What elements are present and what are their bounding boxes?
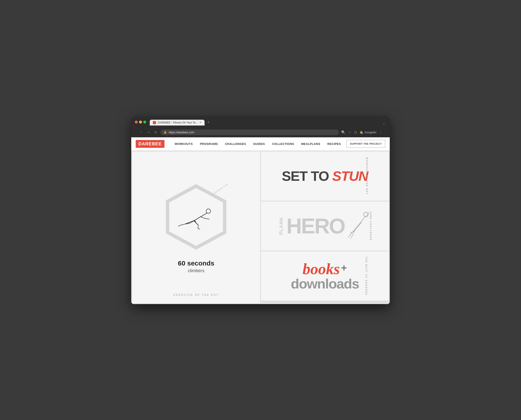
site-nav: DAREBEE WORKOUTS PROGRAMS CHALLENGES GUI… — [131, 137, 390, 151]
maximize-button[interactable] — [143, 121, 146, 123]
nav-collections[interactable]: COLLECTIONS — [268, 137, 298, 150]
books-side-label: THE BEST OF DAREBEE — [365, 256, 367, 295]
menu-icon[interactable]: ⋮ — [379, 130, 383, 135]
workout-panel[interactable]: SET TO STUN WORKOUT OF THE DAY — [261, 152, 389, 201]
tab-close-button[interactable]: ✕ — [200, 121, 201, 124]
right-panels: SET TO STUN WORKOUT OF THE DAY PLANK HER… — [261, 152, 389, 303]
svg-line-7 — [185, 221, 194, 224]
nav-guides[interactable]: GUIDES — [250, 137, 268, 150]
minimize-button[interactable] — [139, 121, 142, 123]
svg-line-21 — [350, 237, 351, 239]
nav-programs[interactable]: PROGRAMS — [196, 137, 222, 150]
challenge-figure — [347, 210, 372, 242]
workout-title-red: STUN — [332, 168, 368, 184]
new-tab-button[interactable]: + — [205, 119, 211, 126]
main-content: © darebee.com — [131, 151, 390, 304]
challenge-side-label: JUNE CHALLENGE — [370, 211, 372, 241]
active-tab[interactable]: DAREBEE - Fitness On Your Te... ✕ — [150, 120, 205, 126]
exercise-panel[interactable]: © darebee.com — [132, 152, 260, 303]
incognito-label: Incognito — [365, 131, 376, 134]
incognito-icon: 🕵 — [360, 131, 363, 134]
split-view-icon[interactable]: ⊡ — [354, 130, 357, 135]
books-label: books — [303, 260, 340, 278]
hero-label: HERO — [286, 215, 344, 237]
traffic-lights — [135, 121, 146, 123]
downloads-label: downloads — [291, 277, 359, 291]
incognito-button[interactable]: 🕵 Incognito — [360, 131, 376, 134]
challenge-panel[interactable]: PLANK HERO — [261, 202, 389, 251]
exercise-figure — [174, 206, 218, 233]
svg-line-20 — [348, 236, 349, 238]
nav-workouts[interactable]: WORKOUTS — [171, 137, 196, 150]
books-plus: + — [341, 262, 347, 274]
books-panel[interactable]: books+ downloads THE BEST OF DAREBEE — [261, 251, 389, 300]
tab-title: DAREBEE - Fitness On Your Te... — [158, 121, 198, 124]
svg-line-10 — [198, 225, 198, 228]
url-display: https://darebee.com — [169, 131, 194, 134]
exercise-subtitle: climbers — [188, 268, 204, 273]
address-bar[interactable]: 🔒 https://darebee.com — [160, 129, 339, 135]
workout-title: SET TO STUN — [282, 169, 368, 183]
svg-line-6 — [205, 218, 209, 219]
browser-titlebar: DAREBEE - Fitness On Your Te... ✕ + ⌄ ← … — [131, 116, 390, 137]
lock-icon: 🔒 — [164, 131, 167, 134]
tab-list-button[interactable]: ⌄ — [382, 120, 386, 126]
exercise-title: 60 seconds — [178, 259, 214, 267]
close-button[interactable] — [135, 121, 138, 123]
search-icon[interactable]: 🔍 — [341, 130, 346, 135]
svg-point-1 — [206, 209, 211, 213]
plank-label: PLANK — [278, 217, 284, 235]
tab-favicon — [153, 121, 156, 124]
svg-line-12 — [178, 225, 180, 226]
svg-line-5 — [201, 217, 205, 218]
hexagon-container: © darebee.com — [160, 181, 232, 253]
back-button[interactable]: ← — [138, 130, 144, 135]
svg-line-15 — [356, 217, 365, 228]
challenge-content: PLANK HERO — [278, 210, 371, 242]
browser-window: DAREBEE - Fitness On Your Te... ✕ + ⌄ ← … — [131, 116, 390, 304]
svg-line-8 — [180, 224, 185, 225]
books-row: books+ — [291, 261, 359, 277]
workout-title-part1: SET TO — [282, 168, 332, 184]
books-content: books+ downloads — [291, 261, 359, 291]
website: DAREBEE WORKOUTS PROGRAMS CHALLENGES GUI… — [131, 137, 390, 304]
nav-links: WORKOUTS PROGRAMS CHALLENGES GUIDES COLL… — [171, 137, 346, 150]
site-logo[interactable]: DAREBEE — [136, 140, 164, 148]
bookmark-icon[interactable]: ☆ — [348, 130, 351, 135]
nav-recipes[interactable]: RECIPES — [324, 137, 344, 150]
exercise-label: EXERCISE OF THE DAY — [173, 293, 219, 297]
forward-button[interactable]: → — [146, 130, 151, 135]
refresh-button[interactable]: ↻ — [154, 130, 158, 135]
nav-mealplans[interactable]: MEALPLANS — [298, 137, 324, 150]
browser-actions: 🔍 ☆ ⊡ 🕵 Incognito ⋮ — [341, 130, 383, 135]
nav-challenges[interactable]: CHALLENGES — [222, 137, 250, 150]
support-button[interactable]: SUPPORT THE PROJECT — [346, 140, 385, 148]
browser-addressbar: ← → ↻ 🔒 https://darebee.com 🔍 ☆ ⊡ 🕵 Inco… — [135, 128, 386, 137]
svg-line-11 — [198, 228, 200, 229]
browser-tabs: DAREBEE - Fitness On Your Te... ✕ + ⌄ — [150, 119, 386, 126]
workout-side-label: WORKOUT OF THE DAY — [366, 157, 368, 195]
